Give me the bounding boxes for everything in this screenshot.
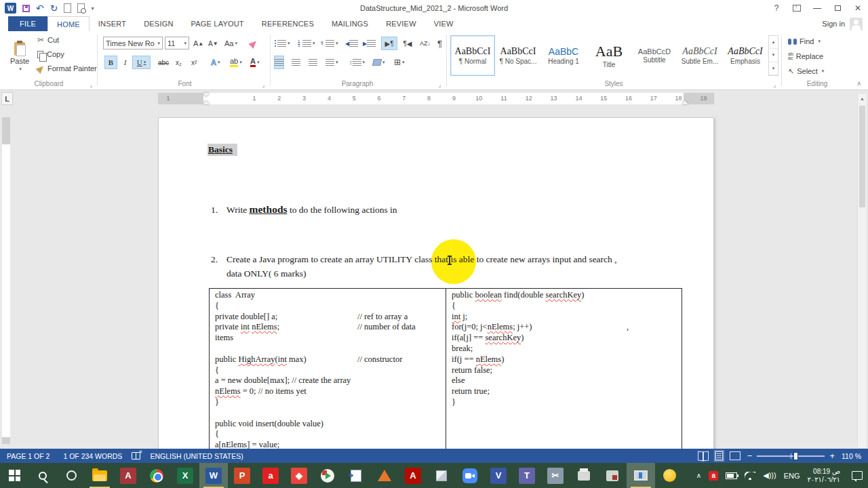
style-subtle-em[interactable]: AaBbCcISubtle Em... [677,35,722,76]
taskbar-tools-app-icon[interactable] [598,463,627,488]
clear-formatting-button[interactable] [250,37,258,50]
language-switcher[interactable]: ENG [784,472,800,480]
show-marks-button[interactable]: ¶ [437,37,443,50]
rtl-direction-button[interactable]: ¶◀ [399,37,416,50]
more-styles-icon[interactable]: ▼ [769,62,778,75]
tab-review[interactable]: REVIEW [377,16,425,31]
style-emphasis[interactable]: AaBbCcIEmphasis [723,35,768,76]
ribbon-display-options-button[interactable] [787,0,807,16]
font-size-combo[interactable]: 11▾ [165,37,189,49]
sign-in[interactable]: Sign in [822,16,868,31]
font-color-button[interactable]: A▾ [250,56,260,69]
restore-button[interactable] [827,0,848,16]
taskbar-cube-app-icon[interactable] [427,463,456,488]
bullets-button[interactable]: ▾ [274,37,291,50]
zoom-out-button[interactable]: − [747,453,753,460]
shading-button[interactable]: ▾ [372,56,386,69]
code-table[interactable]: class Array{private double[] a;// ref to… [209,288,682,449]
save-icon[interactable] [22,5,30,12]
clock[interactable]: 08:19 ص٢٠٢١/٠٦/٢١ [807,468,840,483]
taskbar-acrobat[interactable]: A [399,463,427,488]
zoom-slider[interactable] [757,455,825,457]
select-button[interactable]: ↖Select▾ [788,65,824,77]
underline-button[interactable]: U▾ [132,56,151,69]
avatar[interactable] [850,18,863,30]
taskbar-screen-recorder-icon[interactable] [627,463,655,488]
scrollbar-thumb[interactable] [859,106,865,207]
increase-indent-button[interactable]: ▶ [362,37,376,50]
scrollbar-up-icon[interactable]: ▲ [858,94,867,104]
document-page[interactable]: Basics 1. Write methods to do the follow… [158,117,714,449]
new-document-icon[interactable] [64,3,71,13]
italic-button[interactable]: I [119,56,131,69]
print-layout-button[interactable] [715,451,723,460]
font-name-combo[interactable]: Times New Ro▾ [103,37,163,49]
style-title[interactable]: AaBTitle [587,35,631,76]
superscript-button[interactable]: x² [191,56,197,69]
replace-button[interactable]: abacReplace [788,50,823,62]
cut-button[interactable]: ✂Cut [37,34,59,46]
avira-tray-icon[interactable]: a [709,471,718,481]
taskbar-file-explorer-icon[interactable] [85,463,114,488]
text-effects-button[interactable]: A▾ [210,56,220,69]
taskbar-start-icon[interactable] [0,463,28,488]
redo-icon[interactable]: ↻ [50,3,58,13]
action-center-icon[interactable] [852,471,863,480]
tab-file[interactable]: FILE [8,16,47,31]
battery-icon[interactable] [726,472,737,479]
taskbar-avira[interactable]: a [256,463,285,488]
borders-button[interactable]: ⊞▾ [393,56,406,69]
style-heading-1[interactable]: AaBbCHeading 1 [541,35,586,76]
tab-mailings[interactable]: MAILINGS [323,16,377,31]
format-painter-button[interactable]: Format Painter [37,62,97,75]
scroll-up-icon[interactable]: ▲ [769,36,778,49]
clipboard-dialog-launcher[interactable]: ⌟ [90,81,92,88]
find-button[interactable]: Find▾ [788,35,821,47]
multilevel-list-button[interactable]: a-i▾ [320,37,339,50]
zoom-slider-handle[interactable] [793,452,798,460]
subscript-button[interactable]: x₂ [175,56,182,69]
minimize-button[interactable]: — [807,0,827,16]
close-button[interactable]: ✕ [848,0,868,16]
show-hidden-icons[interactable]: ∧ [696,472,701,479]
taskbar-teams[interactable]: T [513,463,541,488]
word-count[interactable]: 1 OF 234 WORDS [56,452,129,460]
print-preview-icon[interactable] [77,3,85,13]
paragraph-dialog-launcher[interactable]: ⌟ [438,81,441,88]
horizontal-ruler[interactable]: 1 12345678910111213141516171819 [158,93,714,104]
first-line-indent-marker[interactable] [203,93,210,97]
style-normal[interactable]: AaBbCcI¶ Normal [450,35,495,76]
text-highlight-button[interactable]: ab▾ [229,56,243,69]
help-button[interactable]: ? [766,0,787,16]
taskbar-doc-converter-app-icon[interactable] [342,463,370,488]
page-indicator[interactable]: PAGE 1 OF 2 [0,452,56,460]
taskbar-excel[interactable]: X [171,463,199,488]
taskbar-highlight-dot-icon[interactable] [655,463,684,488]
numbering-button[interactable]: 123▾ [297,37,316,50]
hanging-indent-marker[interactable] [203,100,210,104]
vertical-scrollbar[interactable]: ▲ [857,93,867,449]
wifi-icon[interactable] [745,472,755,480]
align-left-button[interactable] [274,56,284,69]
tab-references[interactable]: REFERENCES [253,16,323,31]
undo-icon[interactable]: ↶ [36,3,44,13]
tab-insert[interactable]: INSERT [90,16,135,31]
qat-menu-icon[interactable]: ▾ [91,5,94,12]
taskbar-cortana-icon[interactable] [57,463,85,488]
ltr-direction-button[interactable]: ▶¶ [381,37,397,50]
taskbar-snipping-tool[interactable]: ✂ [541,463,570,488]
taskbar-media-app-icon[interactable] [313,463,342,488]
tab-home[interactable]: HOME [47,16,90,32]
align-center-button[interactable] [291,56,301,69]
shrink-font-button[interactable]: A▼ [208,37,219,50]
sort-button[interactable]: AZ↓ [419,37,431,50]
paste-button[interactable]: Paste ▾ [5,35,34,79]
tab-view[interactable]: VIEW [425,16,462,31]
collapse-ribbon-icon[interactable]: ∧ [856,80,861,87]
taskbar-matlab-icon[interactable] [370,463,399,488]
style-subtitle[interactable]: AaBbCcDSubtitle [632,35,677,76]
style-no-spac[interactable]: AaBbCcI¶ No Spac... [496,35,540,76]
tab-design[interactable]: DESIGN [135,16,182,31]
taskbar-zoom-app-icon[interactable] [456,463,484,488]
copy-button[interactable]: Copy [37,48,64,60]
